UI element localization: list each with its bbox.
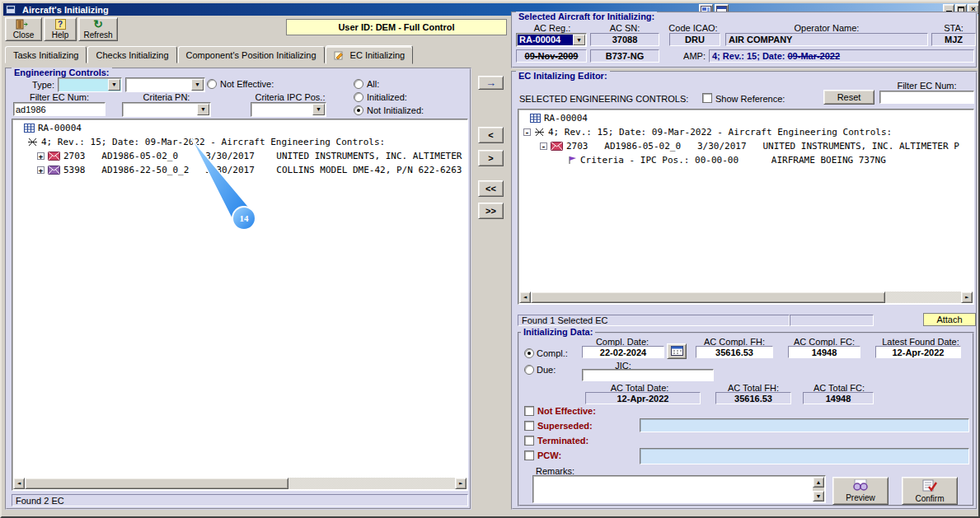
criteria-pn-combobox[interactable]: ▼ [122,102,211,117]
help-button-label: Help [52,30,69,40]
pcw-checkbox[interactable] [524,450,534,460]
editor-filter-ec-num-label: Filter EC Num: [879,81,974,91]
amp-date-text: 09-Mar-2022 [788,51,841,61]
confirm-button[interactable]: Confirm [902,477,958,505]
superseded-checkbox[interactable] [524,421,534,431]
scrollbar-thumb[interactable] [25,478,288,489]
tab-checks-label: Checks Initializing [96,50,168,60]
close-button-label: Close [13,30,35,40]
chevron-down-icon[interactable]: ▼ [312,104,325,115]
ac-total-fc-value: 14948 [803,392,874,404]
radio-compl[interactable] [524,348,534,358]
radio-all[interactable] [354,79,363,89]
ac-type-value: B737-NG [590,49,659,63]
reset-button[interactable]: Reset [823,90,874,105]
help-button[interactable]: ? Help [44,17,77,41]
refresh-icon: ↻ [93,19,103,30]
amp-revision-icon [534,128,545,137]
chevron-down-icon[interactable]: ▼ [108,79,120,91]
tree-row-label: 2703 AD1986-05-02_0 3/30/2017 UNITED INS… [566,141,959,152]
chevron-down-icon[interactable]: ▼ [197,104,209,115]
tree-row-criteria[interactable]: Criteria - IPC Pos.: 00-00-00 AIRFRAME B… [518,153,973,167]
expand-toggle[interactable]: + [37,166,45,174]
collapse-toggle[interactable]: - [523,128,531,136]
criteria-ipc-label: Criteria IPC Pos.: [247,92,333,102]
scroll-up-icon[interactable]: ▲ [813,477,824,488]
radio-all-label: All: [367,79,379,89]
tree-row-ec-2703[interactable]: - 2703 AD1986-05-02_0 3/30/2017 UNITED I… [518,139,973,153]
type-label: Type: [23,80,54,90]
radio-not-effective-label: Not Effective: [220,79,274,89]
scrollbar-track[interactable] [531,292,961,303]
tree-row-aircraft[interactable]: RA-00004 [518,111,973,125]
vertical-scrollbar[interactable]: ▲ ▼ [813,477,824,502]
confirm-check-icon [922,479,937,493]
tree-row-amp[interactable]: - 4; Rev.: 15; Date: 09-Mar-2022 - Aircr… [518,125,973,139]
scrollbar-track[interactable] [25,478,455,489]
preview-button-label: Preview [846,493,875,502]
type-combobox[interactable]: ▼ [58,77,122,92]
tab-components-label: Component's Position Initializing [186,50,317,60]
criteria-flag-icon [568,156,577,165]
horizontal-scrollbar[interactable]: ◄ ► [519,292,973,303]
expand-toggle[interactable]: + [37,152,45,160]
superseded-input[interactable] [640,418,969,432]
radio-due[interactable] [524,365,534,375]
attach-button[interactable]: Attach [923,313,976,326]
move-all-right-button[interactable]: >> [478,203,504,219]
jic-input[interactable] [582,369,714,381]
preview-glasses-icon [850,479,871,492]
amp-label: AMP: [676,51,706,61]
move-selected-button[interactable]: → [478,76,504,90]
initializing-data-panel: Initializing Data: Compl.: Due: Compl. D… [518,332,974,506]
scroll-down-icon[interactable]: ▼ [813,491,824,502]
selected-ec-tree[interactable]: RA-00004 - 4; Rev.: 15; Date: 09-Mar-202… [518,109,974,305]
ac-reg-label: AC Reg.: [518,23,587,33]
refresh-button[interactable]: ↻ Refresh [78,17,118,41]
terminated-checkbox[interactable] [524,436,534,446]
not-effective-checkbox[interactable] [524,406,534,416]
move-one-right-button[interactable]: > [478,150,504,166]
sta-label: STA: [931,23,976,33]
chevron-down-icon[interactable]: ▼ [573,35,585,45]
collapse-toggle[interactable]: - [540,142,547,150]
tab-tasks-initializing[interactable]: Tasks Initializing [5,46,87,63]
close-button[interactable]: Close [5,17,42,41]
scroll-left-icon[interactable]: ◄ [13,478,25,489]
move-all-left-button[interactable]: << [478,180,504,197]
calendar-icon [671,345,683,356]
scroll-left-icon[interactable]: ◄ [519,292,531,303]
not-effective-label: Not Effective: [537,406,596,416]
user-banner-text: User ID: DEM - Full Control [338,22,454,32]
show-reference-checkbox[interactable] [702,93,712,103]
remarks-textarea[interactable]: ▲ ▼ [532,475,826,503]
amp-value: 4; Rev.: 15; Date: 09-Mar-2022 [709,49,974,63]
tab-components-position-initializing[interactable]: Component's Position Initializing [178,46,325,63]
chevron-down-icon[interactable]: ▼ [191,79,204,91]
tab-tasks-label: Tasks Initializing [13,50,78,60]
ac-total-fh-value: 35616.53 [715,392,791,404]
amp-revision-text: 4; Rev.: 15; Date: [712,51,788,61]
subtype-combobox[interactable]: ▼ [125,77,205,92]
radio-initialized[interactable] [354,92,363,102]
annotation-number: 14 [240,213,250,223]
horizontal-scrollbar[interactable]: ◄ ► [13,478,467,489]
latest-found-date-value: 12-Apr-2022 [875,346,961,358]
tab-checks-initializing[interactable]: Checks Initializing [87,46,176,63]
aircraft-grid-icon [530,114,541,123]
move-one-left-button[interactable]: < [478,127,504,143]
scrollbar-thumb[interactable] [531,292,885,303]
pcw-input[interactable] [640,448,969,464]
preview-button[interactable]: Preview [832,477,889,505]
radio-not-initialized[interactable] [354,105,363,115]
criteria-ipc-combobox[interactable]: ▼ [251,102,326,117]
scroll-right-icon[interactable]: ► [455,478,467,489]
scroll-right-icon[interactable]: ► [961,292,973,303]
filter-ec-num-input[interactable] [13,102,106,116]
radio-not-effective[interactable] [207,79,217,89]
radio-not-initialized-label: Not Initialized: [367,105,424,115]
editor-filter-ec-num-input[interactable] [879,91,974,104]
ac-reg-combobox[interactable]: RA-00004 ▼ [516,33,587,47]
calendar-button[interactable] [667,343,687,359]
tab-ec-initializing[interactable]: EC Initializing [326,45,414,64]
